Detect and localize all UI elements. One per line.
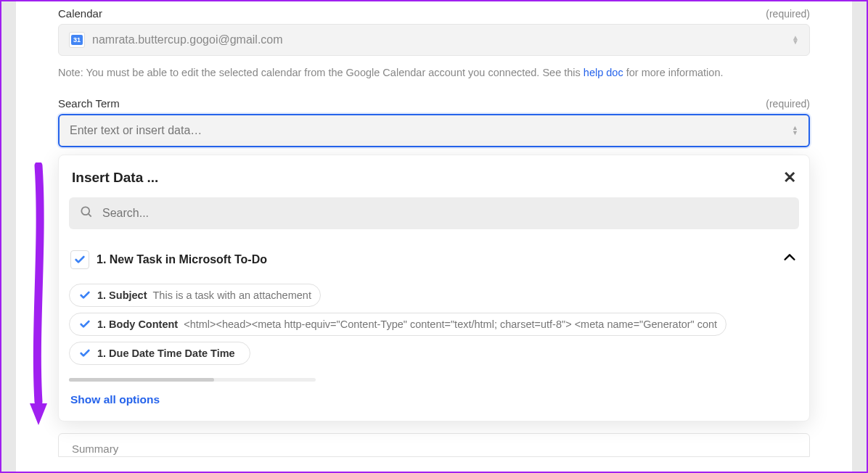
show-all-options-link[interactable]: Show all options <box>69 389 799 411</box>
microsoft-todo-icon <box>78 318 91 331</box>
data-options-list: 1. Subject This is a task with an attach… <box>69 281 799 374</box>
insert-data-panel: Insert Data ... ✕ 1. New Task in Microso… <box>58 155 810 421</box>
calendar-value: namrata.buttercup.gogoi@gmail.com <box>92 33 785 46</box>
close-icon[interactable]: ✕ <box>783 168 796 187</box>
svg-point-0 <box>81 207 89 215</box>
search-term-input[interactable] <box>70 124 785 137</box>
data-source-title: 1. New Task in Microsoft To-Do <box>97 253 774 266</box>
microsoft-todo-icon <box>70 250 89 269</box>
chevron-up-icon <box>782 250 798 269</box>
search-input[interactable] <box>102 207 789 220</box>
caret-updown-icon: ▲▼ <box>792 36 799 44</box>
google-calendar-icon <box>69 32 85 48</box>
calendar-help-text: Note: You must be able to edit the selec… <box>58 65 810 81</box>
insert-data-title: Insert Data ... <box>72 170 158 186</box>
help-prefix: Note: You must be able to edit the selec… <box>58 67 584 78</box>
search-term-required: (required) <box>766 98 810 110</box>
option-label: 1. Subject <box>97 289 147 301</box>
search-bar[interactable] <box>69 197 799 229</box>
search-term-label: Search Term <box>58 97 120 110</box>
option-value: <html><head><meta http-equiv="Content-Ty… <box>184 318 717 330</box>
search-term-input-box[interactable]: ▲▼ <box>58 114 810 147</box>
calendar-select[interactable]: namrata.buttercup.gogoi@gmail.com ▲▼ <box>58 24 810 56</box>
calendar-label-row: Calendar (required) <box>58 7 810 20</box>
summary-field: Summary <box>58 433 810 457</box>
horizontal-scrollbar[interactable] <box>69 378 316 382</box>
help-doc-link[interactable]: help doc <box>584 67 623 78</box>
microsoft-todo-icon <box>78 347 91 360</box>
calendar-label: Calendar <box>58 7 102 20</box>
option-label: 1. Body Content <box>97 318 178 330</box>
summary-label: Summary <box>72 443 118 455</box>
data-option-subject[interactable]: 1. Subject This is a task with an attach… <box>69 284 321 307</box>
data-option-due-date[interactable]: 1. Due Date Time Date Time <box>69 342 250 365</box>
calendar-required: (required) <box>766 8 810 20</box>
caret-updown-icon: ▲▼ <box>792 126 798 136</box>
option-value: This is a task with an attachement <box>153 289 311 301</box>
data-source-row[interactable]: 1. New Task in Microsoft To-Do <box>69 244 799 281</box>
microsoft-todo-icon <box>78 289 91 302</box>
option-label: 1. Due Date Time Date Time <box>97 347 235 359</box>
scrollbar-thumb[interactable] <box>69 378 214 382</box>
search-term-label-row: Search Term (required) <box>58 97 810 110</box>
search-icon <box>79 205 94 222</box>
data-option-body-content[interactable]: 1. Body Content <html><head><meta http-e… <box>69 313 726 336</box>
svg-line-1 <box>89 214 91 217</box>
help-suffix: for more information. <box>623 67 724 78</box>
